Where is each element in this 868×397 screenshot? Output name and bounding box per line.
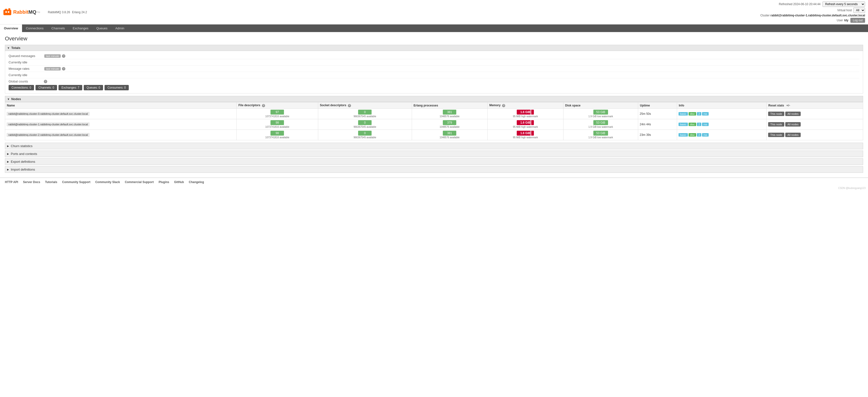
node-name-cell: rabbit@rabbitmq-cluster-1.rabbitmq-clust…: [5, 119, 237, 130]
all-nodes-button[interactable]: All nodes: [785, 122, 801, 126]
all-nodes-button[interactable]: All nodes: [785, 133, 801, 137]
nav-channels[interactable]: Channels: [48, 25, 69, 32]
channels-count-badge[interactable]: Channels: 0: [35, 85, 57, 90]
tag-basic[interactable]: basic: [679, 123, 688, 126]
footer-changelog[interactable]: Changelog: [189, 180, 204, 184]
tag-rss[interactable]: rss: [702, 112, 709, 116]
uptime-cell: 24m 44s: [638, 119, 677, 130]
plus-minus-icon[interactable]: +/-: [786, 103, 790, 107]
footer-tutorials[interactable]: Tutorials: [45, 180, 57, 184]
socket-desc-help[interactable]: ?: [348, 104, 351, 107]
footer-github[interactable]: GitHub: [174, 180, 184, 184]
node-name-cell: rabbit@rabbitmq-cluster-0.rabbitmq-clust…: [5, 109, 237, 119]
top-right-panel: Refreshed 2024-06-10 20:44:44 Refresh ev…: [760, 1, 865, 23]
memory-bar-wrap: 1.6 GiB: [517, 120, 534, 125]
nodes-label: Nodes: [11, 97, 21, 101]
footer-community-support[interactable]: Community Support: [62, 180, 90, 184]
table-row: rabbit@rabbitmq-cluster-2.rabbitmq-clust…: [5, 130, 863, 140]
export-definitions-label: Export definitions: [11, 160, 35, 163]
message-rates-help[interactable]: ?: [62, 67, 65, 70]
vhost-row: Virtual host All: [760, 8, 865, 13]
disk-space-value: 53 GiB: [593, 110, 608, 115]
tag-basic[interactable]: basic: [679, 112, 688, 116]
tag-rss[interactable]: rss: [702, 133, 709, 136]
count-badges: Connections: 0 Channels: 0 Exchanges: 7 …: [8, 85, 860, 91]
nav-queues[interactable]: Queues: [92, 25, 112, 32]
nodes-section-header[interactable]: ▼ Nodes: [5, 96, 863, 102]
totals-section-header[interactable]: ▼ Totals: [5, 45, 863, 51]
info-cell: basicdisc2rss: [677, 130, 767, 140]
memory-cell: 1.6 GiB 95 MiB high watermark: [487, 119, 563, 130]
memory-value: 1.6 GiB: [520, 121, 530, 124]
import-definitions-header[interactable]: ▶ Import definitions: [5, 166, 863, 173]
tag-disc[interactable]: disc: [689, 123, 696, 126]
header: RabbitMQ TM RabbitMQ 3.8.26 Erlang 24.2 …: [0, 0, 868, 25]
consumers-count-badge[interactable]: Consumers: 0: [104, 85, 129, 90]
exchanges-count-badge[interactable]: Exchanges: 7: [59, 85, 82, 90]
footer-http-api[interactable]: HTTP API: [5, 180, 18, 184]
tag-disc[interactable]: disc: [689, 112, 696, 116]
import-definitions-section: ▶ Import definitions: [5, 166, 863, 173]
nav-connections[interactable]: Connections: [22, 25, 48, 32]
footer-community-slack[interactable]: Community Slack: [95, 180, 120, 184]
tag-rss[interactable]: rss: [702, 123, 709, 126]
message-rates-label: Message rates: [8, 67, 43, 70]
import-definitions-label: Import definitions: [11, 167, 35, 171]
export-definitions-header[interactable]: ▶ Export definitions: [5, 158, 863, 165]
refreshed-text: Refreshed 2024-06-10 20:44:44: [779, 2, 820, 6]
node-name-link[interactable]: rabbit@rabbitmq-cluster-2.rabbitmq-clust…: [7, 133, 90, 137]
totals-section: ▼ Totals Queued messages last minute ? C…: [5, 45, 863, 93]
churn-statistics-header[interactable]: ▶ Churn statistics: [5, 143, 863, 149]
node-name-link[interactable]: rabbit@rabbitmq-cluster-1.rabbitmq-clust…: [7, 122, 90, 126]
file-desc-cell: 981073741816 available: [237, 130, 318, 140]
global-counts-help[interactable]: ?: [44, 80, 47, 83]
vhost-label: Virtual host: [837, 8, 852, 12]
file-desc-help[interactable]: ?: [262, 104, 265, 107]
churn-statistics-arrow: ▶: [7, 145, 9, 147]
ports-contexts-header[interactable]: ▶ Ports and contexts: [5, 151, 863, 157]
erlang-proc-available: 1048576 available: [440, 126, 460, 128]
totals-arrow: ▼: [7, 47, 10, 50]
socket-desc-available: 966367545 available: [353, 115, 376, 118]
nav-exchanges[interactable]: Exchanges: [69, 25, 92, 32]
user-name: ldy: [844, 19, 848, 22]
tag-num[interactable]: 2: [697, 123, 701, 126]
queued-messages-help[interactable]: ?: [62, 54, 65, 58]
uptime-cell: 23m 39s: [638, 130, 677, 140]
connections-count-badge[interactable]: Connections: 0: [8, 85, 34, 90]
tag-basic[interactable]: basic: [679, 133, 688, 136]
vhost-select[interactable]: All: [853, 8, 865, 13]
memory-watermark: 95 MiB high watermark: [513, 115, 538, 118]
socket-desc-cell: 0966367545 available: [318, 119, 412, 130]
this-node-button[interactable]: This node: [768, 122, 784, 126]
this-node-button[interactable]: This node: [768, 133, 784, 137]
this-node-button[interactable]: This node: [768, 112, 784, 116]
file-desc-cell: 981073741816 available: [237, 119, 318, 130]
col-memory: Memory ?: [487, 102, 563, 109]
user-row: User ldy Log out: [760, 18, 865, 23]
socket-desc-available: 966367545 available: [353, 136, 376, 139]
refresh-select[interactable]: Refresh every 5 seconds Refresh every 10…: [823, 1, 865, 7]
cluster-value: rabbit@rabbitmq-cluster-1.rabbitmq-clust…: [771, 14, 865, 17]
node-name-link[interactable]: rabbit@rabbitmq-cluster-0.rabbitmq-clust…: [7, 112, 90, 116]
tag-num[interactable]: 2: [697, 112, 701, 116]
nav-overview[interactable]: Overview: [0, 25, 22, 32]
file-desc-available: 1073741816 available: [265, 126, 289, 128]
memory-cell: 1.6 GiB 95 MiB high watermark: [487, 130, 563, 140]
all-nodes-button[interactable]: All nodes: [785, 112, 801, 116]
logout-button[interactable]: Log out: [850, 18, 865, 23]
user-label: User: [837, 19, 843, 22]
footer-server-docs[interactable]: Server Docs: [23, 180, 40, 184]
nav-admin[interactable]: Admin: [112, 25, 128, 32]
memory-help[interactable]: ?: [502, 104, 505, 107]
footer-plugins[interactable]: Plugins: [159, 180, 169, 184]
info-cell: basicdisc2rss: [677, 109, 767, 119]
ports-contexts-section: ▶ Ports and contexts: [5, 151, 863, 157]
tag-disc[interactable]: disc: [689, 133, 696, 136]
queues-count-badge[interactable]: Queues: 0: [84, 85, 103, 90]
info-cell: basicdisc2rss: [677, 119, 767, 130]
message-rates-badge: last minute: [44, 67, 61, 70]
col-erlang-proc: Erlang processes: [412, 102, 487, 109]
footer-commercial-support[interactable]: Commercial Support: [125, 180, 154, 184]
tag-num[interactable]: 2: [697, 133, 701, 136]
